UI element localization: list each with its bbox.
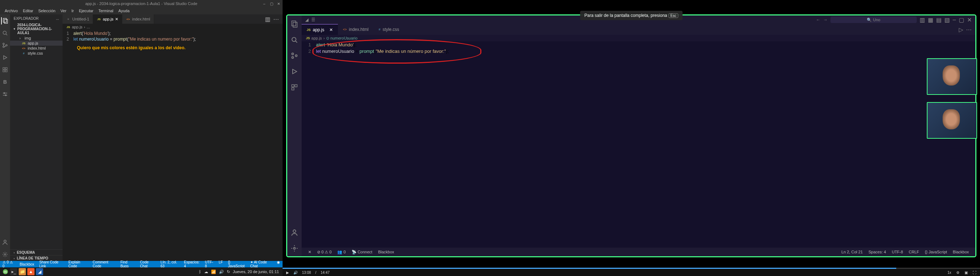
taskbar-files[interactable]: 📁 bbox=[19, 268, 26, 275]
video-area[interactable]: Para salir de la pantalla completa, pres… bbox=[283, 0, 980, 276]
tray-update-icon[interactable]: ↻ bbox=[227, 270, 230, 274]
play-button[interactable]: ▶ bbox=[286, 271, 289, 274]
menu-seleccion[interactable]: Selección bbox=[36, 9, 58, 13]
fullscreen-icon[interactable]: ⛶ bbox=[973, 271, 977, 274]
svg-point-25 bbox=[292, 57, 294, 59]
tray-wifi-icon[interactable]: 📶 bbox=[211, 270, 216, 274]
status-eol[interactable]: LF bbox=[216, 260, 225, 268]
menu-archivo[interactable]: Archivo bbox=[2, 9, 21, 13]
video-forward-icon: → bbox=[823, 17, 827, 22]
taskbar-vscode[interactable]: ◢ bbox=[36, 268, 43, 275]
tray-bluetooth-icon[interactable]: ᛒ bbox=[199, 270, 201, 274]
video-more-icon: ⋯ bbox=[966, 26, 972, 33]
svg-rect-21 bbox=[293, 22, 297, 27]
taskbar-terminal[interactable]: ▸_ bbox=[10, 268, 17, 275]
project-root[interactable]: 2034-LOGICA-PROGRAMACION-1-AULA1 bbox=[10, 22, 62, 36]
video-tabs: JSapp.js✕ <>index.html #style.css ▷⋯ bbox=[302, 24, 975, 35]
menu-ver[interactable]: Ver bbox=[58, 9, 69, 13]
close-button[interactable]: ✕ bbox=[276, 1, 281, 6]
tree-file-indexhtml[interactable]: <>index.html bbox=[10, 46, 62, 51]
status-comment[interactable]: Comment Code bbox=[90, 260, 118, 268]
tab-untitled[interactable]: ≡Untitled-1 bbox=[62, 14, 93, 24]
tree-file-stylecss[interactable]: #style.css bbox=[10, 51, 62, 56]
tree-folder-img[interactable]: img bbox=[10, 36, 62, 41]
status-codechat[interactable]: Code Chat bbox=[137, 260, 158, 268]
video-tab-index: <>index.html bbox=[338, 24, 374, 35]
svg-point-22 bbox=[292, 37, 296, 41]
css-file-icon: # bbox=[22, 51, 26, 56]
svg-rect-0 bbox=[3, 18, 6, 22]
bold-icon[interactable]: B bbox=[2, 78, 9, 86]
tree-file-appjs[interactable]: JSapp.js bbox=[10, 41, 62, 46]
menu-editar[interactable]: Editar bbox=[21, 9, 36, 13]
video-tab-appjs: JSapp.js✕ bbox=[302, 24, 338, 35]
video-back-icon: ← bbox=[816, 17, 820, 22]
menu-terminal[interactable]: Terminal bbox=[96, 9, 116, 13]
status-explain[interactable]: Explain Code bbox=[66, 260, 90, 268]
status-notifications[interactable]: ◉ bbox=[274, 260, 283, 268]
sidebar-header-more[interactable]: ... bbox=[56, 16, 59, 21]
maximize-button[interactable]: ▢ bbox=[269, 1, 274, 6]
status-aichat[interactable]: ✦ AI Code Chat bbox=[248, 260, 274, 268]
status-problems[interactable]: ⚠ 0 ⚠ 0 bbox=[0, 260, 17, 268]
tab-appjs[interactable]: JSapp.js✕ bbox=[93, 14, 122, 24]
line-number: 2 bbox=[62, 36, 73, 43]
js-file-icon: JS bbox=[22, 41, 26, 45]
volume-icon[interactable]: 🔊 bbox=[293, 271, 298, 274]
extensions-icon[interactable] bbox=[2, 66, 9, 73]
svg-point-32 bbox=[294, 247, 296, 249]
window-titlebar: app.js - 2034-logica-programacion-1-Aula… bbox=[0, 0, 283, 7]
video-hamburger-icon: ☰ bbox=[311, 17, 315, 22]
debug-icon[interactable] bbox=[2, 54, 9, 61]
svg-rect-20 bbox=[292, 21, 296, 26]
status-ln-col[interactable]: Lín. 2, col. 63 bbox=[158, 260, 181, 268]
tray-cloud-icon[interactable]: ☁ bbox=[204, 270, 208, 274]
breadcrumb[interactable]: JS app.js › ... bbox=[62, 24, 283, 30]
fullscreen-exit-tip: Para salir de la pantalla completa, pres… bbox=[580, 11, 683, 20]
activity-bar: B bbox=[0, 14, 10, 261]
status-findbugs[interactable]: Find Bugs bbox=[118, 260, 138, 268]
tray-volume-icon[interactable]: 🔊 bbox=[219, 270, 224, 274]
pip-icon[interactable]: ▣ bbox=[964, 271, 968, 274]
svg-point-31 bbox=[293, 230, 296, 233]
svg-point-4 bbox=[3, 43, 4, 44]
esc-key-icon: Esc bbox=[669, 13, 678, 18]
status-language[interactable]: {} JavaScript bbox=[225, 260, 248, 268]
more-icon[interactable]: ⋯ bbox=[273, 16, 279, 23]
status-encoding[interactable]: UTF-8 bbox=[202, 260, 216, 268]
status-sharecode[interactable]: Share Code Link bbox=[37, 260, 66, 268]
taskbar-brave[interactable]: ▲ bbox=[27, 268, 35, 275]
video-close-icon: ✕ bbox=[967, 16, 972, 23]
line-number: 1 bbox=[62, 31, 73, 36]
gear-icon[interactable] bbox=[2, 251, 9, 258]
minimize-button[interactable]: – bbox=[262, 1, 267, 6]
settings-icon[interactable] bbox=[2, 90, 9, 98]
video-layout-icon: ▥ bbox=[920, 16, 925, 23]
status-blackbox[interactable]: Blackbox bbox=[17, 262, 37, 266]
os-taskbar: m ▸_ 📁 ▲ ◢ ᛒ ☁ 📶 🔊 ↻ Jueves, 20 de junio… bbox=[0, 267, 283, 276]
code-editor[interactable]: 1alert('Hola Mundo'); 2let numeroUsuario… bbox=[62, 30, 283, 261]
search-icon[interactable] bbox=[2, 30, 9, 36]
explorer-icon[interactable] bbox=[1, 17, 8, 24]
os-clock[interactable]: Jueves, 20 de junio, 01:11 bbox=[233, 270, 279, 274]
playback-speed[interactable]: 1x bbox=[947, 271, 951, 274]
svg-point-2 bbox=[3, 31, 6, 35]
os-start-menu[interactable]: m bbox=[2, 268, 10, 276]
sidebar-section-esquema[interactable]: ESQUEMA bbox=[10, 249, 62, 255]
video-layout-icon: ▤ bbox=[936, 16, 942, 23]
source-control-icon[interactable] bbox=[2, 42, 9, 49]
video-gear-icon bbox=[290, 244, 299, 253]
menu-ir[interactable]: Ir bbox=[69, 9, 76, 13]
split-editor-icon[interactable]: ▥ bbox=[265, 16, 270, 23]
svg-point-14 bbox=[4, 93, 5, 94]
close-icon[interactable]: ✕ bbox=[115, 17, 118, 22]
menu-ejecutar[interactable]: Ejecutar bbox=[76, 9, 95, 13]
js-file-icon: JS bbox=[97, 17, 101, 21]
menu-ayuda[interactable]: Ayuda bbox=[116, 9, 132, 13]
status-spaces[interactable]: Espacios: 4 bbox=[181, 260, 202, 268]
presenter-webcam-1 bbox=[927, 58, 977, 95]
svg-rect-8 bbox=[3, 68, 5, 69]
account-icon[interactable] bbox=[2, 239, 9, 246]
settings-icon[interactable]: ⚙ bbox=[956, 271, 959, 274]
tab-indexhtml[interactable]: <>index.html bbox=[122, 14, 154, 24]
